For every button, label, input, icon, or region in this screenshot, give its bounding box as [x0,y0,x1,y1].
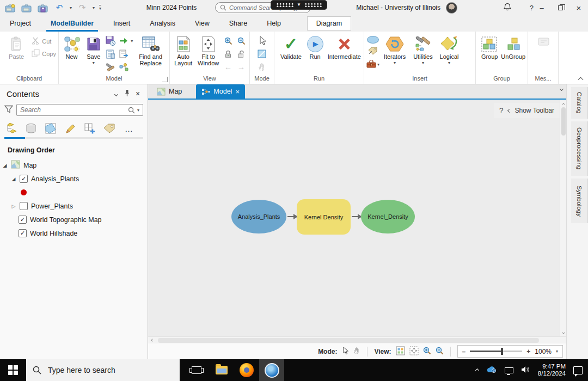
view-tab-map[interactable]: Map [151,84,187,99]
auto-layout-button[interactable]: Auto Layout [172,34,194,66]
dock-tab-symbology[interactable]: Symbology [571,179,587,223]
action-center-icon[interactable] [573,366,583,374]
cut-button[interactable]: Cut [32,37,56,46]
minimize-button[interactable]: – [532,0,551,15]
list-by-labeling-icon[interactable] [102,121,117,136]
lock-icon[interactable] [222,48,234,60]
utilities-button[interactable]: Utilities ▾ [410,34,436,66]
tool-button[interactable]: ▾ [366,60,379,68]
find-and-replace-button[interactable]: Find and Replace [134,34,167,66]
list-by-snapping-icon[interactable] [83,121,97,136]
forward-arrow-icon[interactable]: → [235,61,247,73]
utilities-dropdown-icon[interactable]: ▾ [422,60,424,66]
run-button[interactable]: ▶ Run [307,34,324,60]
logical-dropdown-icon[interactable]: ▾ [448,60,450,66]
layer-row-power-plants[interactable]: ▷ Power_Plants [0,199,148,213]
model-help-icon[interactable]: ? [499,106,504,115]
save-model-button[interactable]: Save ▾ [83,34,103,66]
undo-button[interactable]: ↶ [53,2,65,14]
redo-dropdown-icon[interactable]: ▾ [93,5,95,10]
tab-analysis[interactable]: Analysis [140,15,185,32]
network-icon[interactable] [505,367,513,373]
tab-view[interactable]: View [185,15,219,32]
tool-dropdown-icon[interactable]: ▾ [377,62,379,67]
zoom-plus-button[interactable]: + [526,348,530,355]
mode-select-icon[interactable] [341,347,348,357]
tab-modelbuilder[interactable]: ModelBuilder [41,15,103,32]
tab-diagram[interactable]: Diagram [307,16,351,30]
status-auto-layout-icon[interactable] [396,346,405,357]
list-by-data-source-icon[interactable] [24,121,38,136]
status-zoom-out-icon[interactable] [436,347,444,357]
zoom-minus-button[interactable]: – [462,348,466,355]
firefox-button[interactable] [234,359,259,381]
file-explorer-button[interactable] [209,359,234,381]
validate-model-mini-icon[interactable] [118,61,130,73]
list-by-selection-icon[interactable] [44,121,58,136]
close-button[interactable]: × [569,0,588,15]
validate-button[interactable]: ✓ Validate [279,34,303,60]
expand-collapse-icon[interactable]: ◢ [11,176,16,182]
layer-checkbox-checked[interactable]: ✓ [19,216,27,224]
dock-tab-geoprocessing[interactable]: Geoprocessing [571,121,587,176]
model-dialog-launcher-icon[interactable] [162,77,168,82]
back-arrow-icon[interactable]: ← [222,61,234,73]
filter-funnel-icon[interactable] [4,105,13,115]
mode-pan-icon[interactable] [353,347,360,356]
undo-dropdown-icon[interactable]: ▾ [70,5,72,10]
scroll-left-icon[interactable] [151,339,154,342]
unlock-icon[interactable] [235,48,247,60]
zoom-out-icon[interactable] [235,35,247,47]
zoom-dropdown-icon[interactable]: ▾ [556,349,558,354]
pin-icon[interactable] [121,89,132,99]
volume-icon[interactable] [521,366,530,375]
expand-collapse-icon[interactable]: ◢ [2,163,8,168]
dock-tab-catalog[interactable]: Catalog [571,87,587,119]
list-by-editing-icon[interactable] [63,121,77,136]
symbol-row-analysis-plants[interactable] [0,186,148,199]
layer-checkbox-checked[interactable]: ✓ [19,229,27,237]
tray-expand-icon[interactable] [475,368,479,372]
send-to-python-icon[interactable] [118,48,130,60]
ungroup-button[interactable]: UnGroup [501,34,525,60]
messages-icon[interactable] [537,36,549,48]
copy-button[interactable]: Copy [32,49,56,58]
model-report-icon[interactable] [105,48,117,60]
taskbar-search-box[interactable]: Type here to search [26,359,180,381]
save-dropdown-icon[interactable]: ▾ [93,60,95,66]
scroll-up-icon[interactable] [562,103,565,106]
status-zoom-in-icon[interactable] [423,347,431,357]
redo-button[interactable]: ↷ [76,2,88,14]
group-button[interactable]: Group [479,34,500,60]
pan-mode-icon[interactable] [256,61,268,73]
contents-search-box[interactable]: ▾ [16,104,143,116]
iterators-dropdown-icon[interactable]: ▾ [394,60,396,66]
close-pane-icon[interactable]: × [132,89,143,98]
user-avatar[interactable] [446,2,457,14]
tab-project[interactable]: Project [0,15,41,32]
collapse-ribbon-icon[interactable] [578,77,584,83]
screen-capture-widget[interactable]: ▼ [271,0,327,10]
lasso-select-icon[interactable] [256,48,268,60]
save-project-icon[interactable] [37,2,49,14]
model-node-tool[interactable]: Kernel Density [297,199,351,235]
label-icon[interactable] [368,47,378,57]
layer-checkbox-checked[interactable]: ✓ [20,175,28,183]
new-model-button[interactable]: New [61,34,82,60]
pane-options-chevron-icon[interactable] [111,90,121,97]
horizontal-scroll-thumb[interactable] [158,338,539,343]
expand-collapse-icon[interactable]: ▷ [11,204,16,209]
canvas-horizontal-scrollbar[interactable] [148,336,566,343]
restore-button[interactable] [551,0,569,15]
model-node-input-data[interactable]: Analysis_Plants [231,200,286,233]
model-properties-tools-icon[interactable] [105,61,117,73]
open-project-icon[interactable] [21,2,33,14]
view-tab-model[interactable]: Model × [196,84,245,99]
layer-row-map[interactable]: ◢ Map [0,158,148,172]
layer-row-world-hillshade[interactable]: ✓ World Hillshade [0,226,148,240]
model-node-output-data[interactable]: Kernel_Density [361,200,415,233]
select-mode-icon[interactable] [256,35,268,47]
list-by-drawing-order-icon[interactable] [4,121,19,136]
tab-share[interactable]: Share [219,15,257,32]
tab-list-chevron-icon[interactable] [560,87,564,91]
